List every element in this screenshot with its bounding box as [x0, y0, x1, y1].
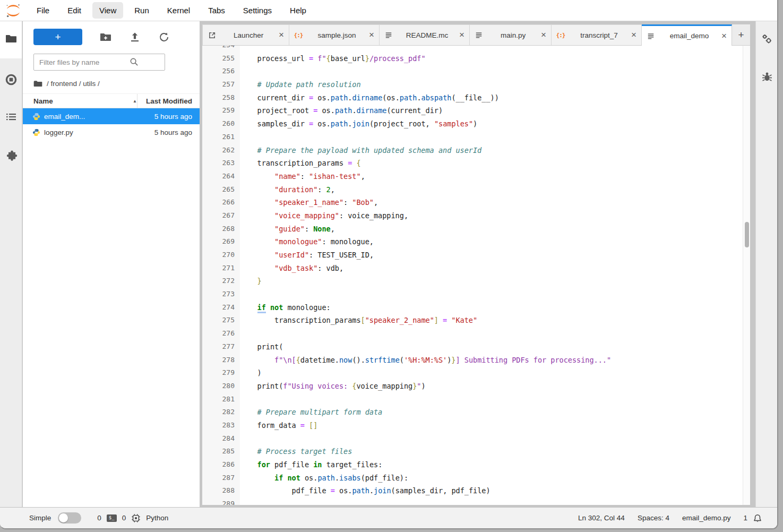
menu-settings[interactable]: Settings	[236, 2, 279, 19]
close-icon[interactable]: ×	[458, 30, 466, 40]
file-modified: 5 hours ago	[137, 128, 200, 136]
extensions-icon[interactable]	[5, 149, 18, 161]
scrollbar-thumb[interactable]	[745, 222, 749, 247]
breadcrumb[interactable]: / frontend / utils /	[23, 71, 200, 93]
tab-bar: Launcher × {:} sample.json × README.	[202, 24, 750, 46]
tab-email-demo[interactable]: email_demo ×	[642, 24, 732, 46]
json-file-icon: {:}	[556, 31, 565, 39]
home-folder-icon[interactable]	[33, 79, 42, 88]
menu-bar: File Edit View Run Kernel Tabs Settings …	[0, 0, 777, 21]
file-list-header: Name ▲ Last Modified	[23, 93, 200, 108]
close-icon[interactable]: ×	[539, 30, 548, 40]
tab-launcher[interactable]: Launcher ×	[202, 24, 289, 45]
tab-readme[interactable]: README.mc ×	[380, 24, 470, 45]
tab-label: transcript_7	[569, 31, 630, 39]
terminal-count: 0	[97, 514, 101, 522]
editor-scrollbar[interactable]	[743, 46, 750, 505]
file-modified: 5 hours ago	[137, 113, 200, 121]
indent-setting[interactable]: Spaces: 4	[638, 514, 669, 522]
text-file-icon	[384, 31, 393, 39]
menu-help[interactable]: Help	[283, 2, 313, 19]
notification-count: 1	[743, 514, 747, 522]
tab-label: email_demo	[659, 32, 720, 40]
file-row-logger[interactable]: logger.py 5 hours ago	[23, 124, 200, 140]
search-icon	[130, 57, 139, 66]
debugger-icon[interactable]	[761, 71, 773, 83]
text-file-icon	[647, 32, 655, 40]
tab-transcript-7[interactable]: {:} transcript_7 ×	[552, 24, 642, 45]
running-kernels-icon[interactable]	[5, 73, 18, 86]
simple-mode-toggle[interactable]	[58, 512, 81, 524]
notification-bell-icon[interactable]	[753, 513, 762, 523]
launcher-icon	[208, 31, 216, 39]
file-browser-icon[interactable]	[5, 32, 18, 45]
toggle-knob	[59, 513, 68, 522]
left-sidebar	[0, 21, 22, 507]
menu-run[interactable]: Run	[127, 2, 156, 19]
kernel-chip-icon	[131, 513, 141, 523]
upload-icon[interactable]	[129, 31, 141, 43]
filter-files-input[interactable]	[33, 54, 165, 71]
tab-sample-json[interactable]: {:} sample.json ×	[289, 24, 380, 45]
close-icon[interactable]: ×	[277, 30, 286, 40]
menu-file[interactable]: File	[30, 2, 56, 19]
breadcrumb-path: / frontend / utils /	[47, 80, 100, 88]
property-inspector-icon[interactable]	[761, 33, 773, 46]
tab-label: main.py	[487, 31, 539, 39]
tab-label: README.mc	[397, 31, 458, 39]
new-launcher-button[interactable]: +	[33, 29, 82, 45]
tab-label: Launcher	[220, 31, 277, 39]
file-browser-toolbar: +	[23, 21, 200, 45]
text-file-icon	[475, 31, 483, 39]
code-editor[interactable]: 2542552562572582592602612622632642652662…	[202, 46, 750, 505]
menu-tabs[interactable]: Tabs	[201, 2, 232, 19]
running-sessions[interactable]: 0 $_ 0 Python	[97, 513, 168, 523]
gutter: 2542552562572582592602612622632642652662…	[202, 46, 240, 505]
kernel-name[interactable]: Python	[146, 514, 168, 522]
file-row-email-demo[interactable]: email_dem... 5 hours ago	[23, 108, 200, 124]
menu-kernel[interactable]: Kernel	[160, 2, 197, 19]
sort-ascending-icon[interactable]: ▲	[133, 99, 137, 104]
cursor-position[interactable]: Ln 302, Col 44	[578, 514, 625, 522]
main-shell: +	[0, 21, 777, 507]
simple-mode-label: Simple	[29, 514, 51, 522]
kernel-count: 0	[122, 514, 126, 522]
python-file-icon	[32, 113, 40, 121]
status-bar: Simple 0 $_ 0 Python Ln 302, Col 44 Spac…	[0, 507, 777, 528]
close-icon[interactable]: ×	[720, 31, 728, 41]
tab-main-py[interactable]: main.py ×	[470, 24, 552, 45]
jupyterlab-window: File Edit View Run Kernel Tabs Settings …	[0, 0, 778, 529]
new-folder-icon[interactable]	[100, 31, 111, 43]
python-file-icon	[32, 128, 40, 136]
dock-panel: Launcher × {:} sample.json × README.	[202, 24, 750, 505]
add-tab-button[interactable]: +	[732, 24, 750, 45]
jupyter-logo-icon	[5, 3, 21, 19]
close-icon[interactable]: ×	[630, 30, 638, 40]
filter-files-box	[33, 54, 189, 71]
close-icon[interactable]: ×	[367, 30, 376, 40]
column-last-modified[interactable]: Last Modified	[137, 94, 200, 108]
terminal-icon: $_	[107, 514, 117, 522]
code-area[interactable]: process_url = f"{base_url}/process_pdf" …	[240, 46, 750, 505]
file-browser-panel: +	[23, 21, 200, 507]
menu-edit[interactable]: Edit	[61, 2, 88, 19]
table-of-contents-icon[interactable]	[5, 110, 18, 123]
menu-view[interactable]: View	[92, 2, 123, 19]
column-name[interactable]: Name	[23, 97, 119, 105]
refresh-icon[interactable]	[158, 31, 170, 43]
line-number-gutter: 2542552562572582592602612622632642652662…	[202, 46, 240, 505]
code-lines: process_url = f"{base_url}/process_pdf" …	[240, 46, 750, 505]
file-name: email_dem...	[44, 113, 137, 121]
file-name: logger.py	[44, 128, 137, 136]
active-file-name: email_demo.py	[682, 514, 731, 522]
tab-label: sample.json	[306, 31, 367, 39]
right-sidebar	[755, 21, 777, 507]
json-file-icon: {:}	[294, 31, 303, 39]
